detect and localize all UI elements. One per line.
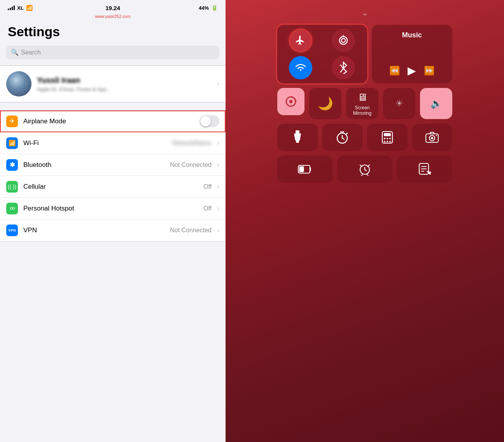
page-title: Settings — [0, 20, 226, 46]
battery-status-icon — [298, 164, 312, 175]
rotation-lock-button[interactable] — [277, 88, 304, 115]
cellular-icon: ((·)) — [6, 181, 18, 193]
personal-hotspot-value: Off — [203, 205, 212, 212]
svg-point-0 — [340, 37, 347, 44]
connectivity-block — [277, 25, 367, 83]
vpn-icon: VPN — [6, 225, 18, 236]
wifi-value: NetworkName — [172, 140, 212, 147]
rotation-lock-icon — [284, 95, 298, 108]
search-bar[interactable]: 🔍 Search — [6, 46, 219, 59]
cc-row-1: Music ⏪ ▶ ⏩ — [277, 25, 452, 83]
alarm-button[interactable] — [337, 156, 392, 183]
cellular-row[interactable]: ((·)) Cellular Off › — [0, 176, 226, 198]
vpn-value: Not Connected — [170, 227, 212, 234]
cellular-chevron-icon: › — [217, 182, 219, 191]
settings-panel: XL 📶 19.24 44% 🔋 www.yasir252.com Settin… — [0, 0, 226, 442]
settings-group-connectivity: ✈ Airplane Mode 📶 Wi-Fi NetworkName › ✱ … — [0, 110, 226, 242]
brightness-icon: ☀ — [395, 98, 404, 109]
drag-handle-icon: ⌄ — [361, 8, 368, 18]
airplane-mode-toggle[interactable] — [200, 115, 219, 127]
do-not-disturb-button[interactable]: 🌙 — [309, 88, 341, 119]
signal-bar-3 — [12, 7, 13, 10]
svg-rect-23 — [299, 167, 304, 172]
svg-point-14 — [389, 138, 391, 139]
cc-row-3 — [277, 124, 452, 151]
chevron-right-icon: › — [217, 80, 219, 88]
brightness-button[interactable]: ☀ — [383, 88, 415, 119]
wifi-chevron-icon: › — [217, 139, 219, 147]
time-display: 19.24 — [105, 5, 120, 11]
personal-hotspot-chevron-icon: › — [217, 204, 219, 212]
carrier-label: XL — [17, 5, 24, 11]
status-left: XL 📶 — [8, 5, 33, 11]
wifi-row[interactable]: 📶 Wi-Fi NetworkName › — [0, 132, 226, 154]
svg-point-13 — [387, 138, 388, 139]
calculator-button[interactable] — [367, 124, 408, 151]
profile-info: Yussli Iraan Apple ID, iCloud, iTunes & … — [37, 76, 212, 92]
svg-rect-7 — [296, 140, 299, 143]
play-button[interactable]: ▶ — [408, 64, 416, 77]
avatar — [6, 71, 32, 96]
svg-rect-11 — [384, 133, 391, 136]
svg-point-21 — [436, 135, 437, 136]
cellular-value: Off — [203, 183, 212, 190]
music-block[interactable]: Music ⏪ ▶ ⏩ — [372, 25, 452, 83]
control-center-panel: ⌄ — [226, 0, 504, 442]
camera-button[interactable] — [412, 124, 453, 151]
personal-hotspot-row[interactable]: ∞ Personal Hotspot Off › — [0, 198, 226, 219]
wifi-label: Wi-Fi — [23, 139, 167, 147]
cc-wifi-button[interactable] — [289, 56, 312, 79]
airplane-mode-label: Airplane Mode — [23, 118, 194, 125]
bluetooth-label: Bluetooth — [23, 161, 164, 169]
status-bar: XL 📶 19.24 44% 🔋 — [0, 0, 226, 14]
airplane-mode-row[interactable]: ✈ Airplane Mode — [0, 110, 226, 132]
vpn-chevron-icon: › — [217, 226, 219, 235]
notes-button[interactable] — [397, 156, 452, 183]
svg-point-12 — [384, 138, 385, 139]
airplane-mode-icon: ✈ — [6, 116, 18, 127]
camera-icon — [425, 132, 439, 143]
svg-rect-5 — [289, 100, 292, 103]
flashlight-button[interactable] — [277, 124, 318, 151]
svg-point-16 — [387, 141, 388, 142]
fast-forward-button[interactable]: ⏩ — [424, 66, 434, 76]
calculator-icon — [382, 131, 393, 144]
screen-mirroring-icon: 🖥 — [357, 91, 368, 103]
airplane-mode-cc-icon — [295, 35, 306, 46]
rewind-button[interactable]: ⏪ — [389, 66, 400, 76]
cc-cellular-button[interactable] — [332, 29, 355, 52]
volume-button[interactable]: 🔈 — [420, 88, 452, 119]
moon-icon: 🌙 — [318, 96, 333, 111]
battery-button[interactable] — [277, 156, 332, 183]
music-label: Music — [378, 31, 446, 39]
search-icon: 🔍 — [11, 49, 19, 56]
screen-mirroring-label: ScreenMirroring — [353, 105, 371, 116]
timer-icon — [336, 131, 349, 144]
cc-row-2: 🌙 🖥 ScreenMirroring ☀ 🔈 — [277, 88, 452, 119]
wifi-cc-icon — [295, 62, 306, 73]
vpn-row[interactable]: VPN VPN Not Connected › — [0, 219, 226, 241]
svg-point-15 — [384, 141, 385, 142]
wifi-icon: 📶 — [6, 137, 18, 149]
svg-point-17 — [389, 141, 391, 142]
cc-airplane-button[interactable] — [289, 29, 312, 52]
personal-hotspot-icon: ∞ — [6, 203, 18, 214]
signal-bar-1 — [8, 9, 9, 10]
vpn-label: VPN — [23, 226, 164, 234]
wifi-status-icon: 📶 — [26, 5, 33, 11]
cc-bluetooth-button[interactable] — [332, 56, 355, 79]
alarm-icon — [358, 163, 371, 176]
status-right: 44% 🔋 — [199, 5, 218, 11]
screen-mirroring-button[interactable]: 🖥 ScreenMirroring — [346, 88, 378, 119]
signal-bars-icon — [8, 5, 15, 10]
battery-icon: 🔋 — [211, 5, 218, 11]
profile-row[interactable]: Yussli Iraan Apple ID, iCloud, iTunes & … — [0, 65, 226, 102]
battery-percent: 44% — [199, 5, 209, 11]
bluetooth-row[interactable]: ✱ Bluetooth Not Connected › — [0, 154, 226, 176]
timer-button[interactable] — [322, 124, 363, 151]
music-controls: ⏪ ▶ ⏩ — [378, 64, 446, 77]
watermark: www.yasir252.com — [0, 14, 226, 20]
cc-grid: Music ⏪ ▶ ⏩ 🌙 — [277, 25, 452, 183]
svg-point-1 — [341, 39, 345, 42]
notes-icon — [418, 163, 431, 176]
